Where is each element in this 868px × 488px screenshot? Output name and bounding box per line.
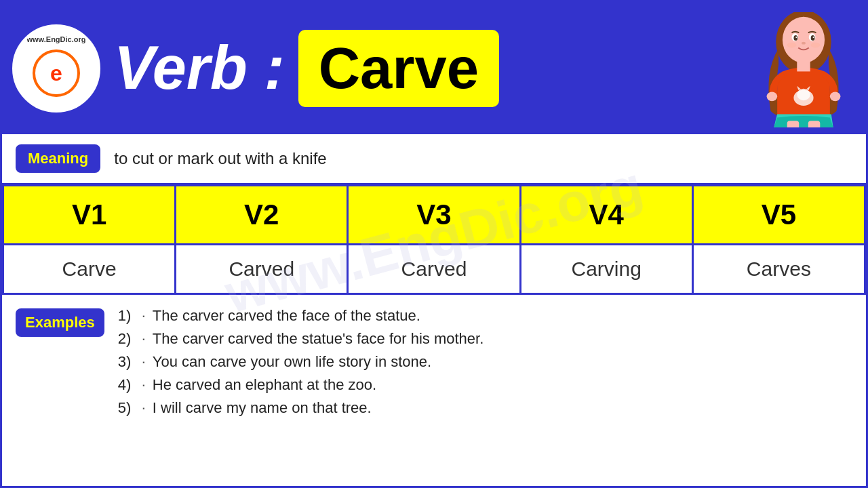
value-v5: Carves: [692, 245, 865, 294]
header-v3: V3: [348, 186, 520, 245]
examples-list: 1) · The carver carved the face of the s…: [118, 307, 852, 422]
example-item-4: 4) · He carved an elephant at the zoo.: [118, 376, 852, 394]
svg-point-4: [793, 35, 797, 41]
examples-section: Examples 1) · The carver carved the face…: [2, 295, 866, 486]
logo-inner: e: [33, 49, 80, 97]
svg-point-15: [829, 92, 840, 102]
svg-point-9: [787, 43, 796, 48]
example-item-5: 5) · I will carve my name on that tree.: [118, 399, 852, 417]
table-values-row: Carve Carved Carved Carving Carves: [3, 245, 865, 294]
header-v1: V1: [3, 186, 176, 245]
example-num-4: 4): [118, 376, 142, 394]
example-text-4: He carved an elephant at the zoo.: [153, 376, 376, 394]
value-v2: Carved: [176, 245, 348, 294]
svg-rect-17: [808, 121, 819, 127]
verb-highlight-box: Carve: [298, 30, 499, 107]
svg-point-1: [782, 17, 824, 63]
meaning-row: Meaning to cut or mark out with a knife: [2, 134, 866, 184]
example-num-2: 2): [118, 330, 142, 348]
logo-letter: e: [50, 61, 62, 86]
verb-table-area: www.EngDic.org V1 V2 V3 V4 V5 Carve Carv…: [2, 184, 866, 295]
header-v5: V5: [692, 186, 865, 245]
table-header-row: V1 V2 V3 V4 V5: [3, 186, 865, 245]
logo-url: www.EngDic.org: [27, 35, 86, 43]
value-v1: Carve: [3, 245, 176, 294]
svg-point-7: [812, 37, 814, 38]
example-item-1: 1) · The carver carved the face of the s…: [118, 307, 852, 325]
girl-svg: [756, 12, 851, 127]
meaning-badge: Meaning: [16, 144, 100, 173]
value-v4: Carving: [520, 245, 692, 294]
logo: www.EngDic.org e: [12, 24, 100, 113]
examples-badge: Examples: [16, 308, 104, 337]
example-num-1: 1): [118, 307, 142, 325]
example-num-5: 5): [118, 399, 142, 417]
verb-label: Verb :: [114, 33, 285, 103]
girl-illustration: [751, 9, 856, 127]
example-item-3: 3) · You can carve your own life story i…: [118, 353, 852, 371]
svg-point-10: [810, 43, 820, 48]
svg-point-6: [795, 37, 797, 38]
svg-rect-16: [787, 121, 798, 127]
header: www.EngDic.org e Verb : Carve: [2, 2, 866, 134]
example-text-3: You can carve your own life story in sto…: [153, 353, 431, 371]
meaning-text: to cut or mark out with a knife: [114, 149, 326, 168]
example-text-2: The carver carved the statue's face for …: [153, 330, 484, 348]
svg-point-14: [766, 92, 777, 102]
value-v3: Carved: [348, 245, 520, 294]
svg-point-8: [802, 42, 806, 45]
header-v2: V2: [176, 186, 348, 245]
svg-point-13: [797, 89, 810, 100]
example-num-3: 3): [118, 353, 142, 371]
svg-point-5: [810, 35, 814, 41]
header-title-area: Verb : Carve: [100, 30, 751, 107]
svg-rect-11: [797, 62, 810, 72]
example-text-1: The carver carved the face of the statue…: [153, 307, 420, 325]
verb-word: Carve: [319, 36, 479, 100]
verb-table: V1 V2 V3 V4 V5 Carve Carved Carved Carvi…: [2, 184, 866, 295]
header-v4: V4: [520, 186, 692, 245]
example-item-2: 2) · The carver carved the statue's face…: [118, 330, 852, 348]
example-text-5: I will carve my name on that tree.: [153, 399, 372, 417]
